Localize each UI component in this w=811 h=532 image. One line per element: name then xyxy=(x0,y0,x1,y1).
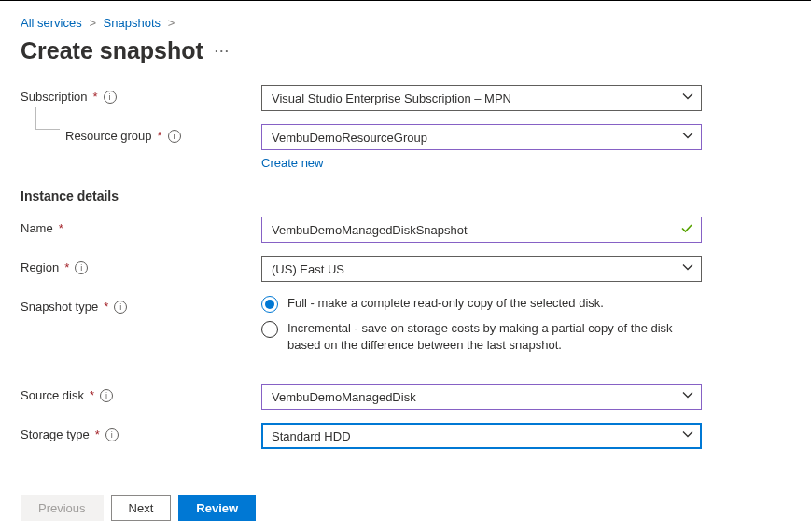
name-input[interactable]: VembuDemoManagedDiskSnapshot xyxy=(261,217,702,243)
instance-details-heading: Instance details xyxy=(21,189,790,203)
breadcrumb-all-services[interactable]: All services xyxy=(21,16,82,30)
snapshot-type-incremental-radio[interactable]: Incremental - save on storage costs by m… xyxy=(261,320,702,354)
snapshot-type-full-radio[interactable]: Full - make a complete read-only copy of… xyxy=(261,295,702,313)
required-indicator: * xyxy=(95,427,100,441)
required-indicator: * xyxy=(64,260,69,274)
region-label: Region xyxy=(21,260,59,274)
snapshot-type-label: Snapshot type xyxy=(21,300,98,314)
more-actions-button[interactable]: ··· xyxy=(215,44,231,58)
required-indicator: * xyxy=(104,300,108,314)
required-indicator: * xyxy=(90,388,94,402)
snapshot-type-radio-group: Full - make a complete read-only copy of… xyxy=(261,295,702,354)
create-new-link[interactable]: Create new xyxy=(261,156,323,170)
source-disk-select[interactable]: VembuDemoManagedDisk xyxy=(261,384,702,410)
previous-button: Previous xyxy=(21,495,104,521)
next-button[interactable]: Next xyxy=(111,495,172,521)
chevron-down-icon xyxy=(682,262,693,276)
info-icon[interactable]: i xyxy=(100,389,113,402)
breadcrumb-snapshots[interactable]: Snapshots xyxy=(104,16,161,30)
source-disk-value: VembuDemoManagedDisk xyxy=(272,390,416,404)
resource-group-value: VembuDemoResourceGroup xyxy=(272,131,427,145)
snapshot-type-incremental-text: Incremental - save on storage costs by m… xyxy=(287,320,698,354)
name-value: VembuDemoManagedDiskSnapshot xyxy=(272,223,468,237)
region-select[interactable]: (US) East US xyxy=(261,256,702,282)
radio-icon xyxy=(261,321,278,338)
chevron-down-icon xyxy=(682,429,693,443)
info-icon[interactable]: i xyxy=(104,91,117,104)
storage-type-select[interactable]: Standard HDD xyxy=(261,423,702,449)
chevron-down-icon xyxy=(682,131,693,145)
review-button[interactable]: Review xyxy=(178,495,256,521)
tree-connector xyxy=(35,107,60,130)
required-indicator: * xyxy=(158,129,162,143)
subscription-value: Visual Studio Enterprise Subscription – … xyxy=(272,91,511,105)
check-icon xyxy=(680,222,693,238)
breadcrumb-separator: > xyxy=(85,16,100,30)
storage-type-label: Storage type xyxy=(21,427,90,441)
snapshot-type-full-text: Full - make a complete read-only copy of… xyxy=(287,295,604,312)
info-icon[interactable]: i xyxy=(114,301,127,314)
resource-group-label: Resource group xyxy=(65,129,152,143)
region-value: (US) East US xyxy=(272,262,344,276)
subscription-select[interactable]: Visual Studio Enterprise Subscription – … xyxy=(261,85,702,111)
storage-type-value: Standard HDD xyxy=(272,429,351,443)
subscription-label: Subscription xyxy=(21,90,88,104)
required-indicator: * xyxy=(59,221,63,235)
name-label: Name xyxy=(21,221,53,235)
resource-group-select[interactable]: VembuDemoResourceGroup xyxy=(261,124,702,150)
info-icon[interactable]: i xyxy=(168,130,181,143)
info-icon[interactable]: i xyxy=(105,428,119,441)
source-disk-label: Source disk xyxy=(21,388,84,402)
page-title: Create snapshot xyxy=(21,37,203,64)
footer-bar: Previous Next Review xyxy=(0,483,811,532)
breadcrumb-separator: > xyxy=(164,16,179,30)
info-icon[interactable]: i xyxy=(75,261,88,274)
breadcrumb: All services > Snapshots > xyxy=(21,10,790,34)
chevron-down-icon xyxy=(682,390,693,404)
required-indicator: * xyxy=(93,90,98,104)
radio-icon xyxy=(261,296,278,313)
chevron-down-icon xyxy=(682,91,693,105)
